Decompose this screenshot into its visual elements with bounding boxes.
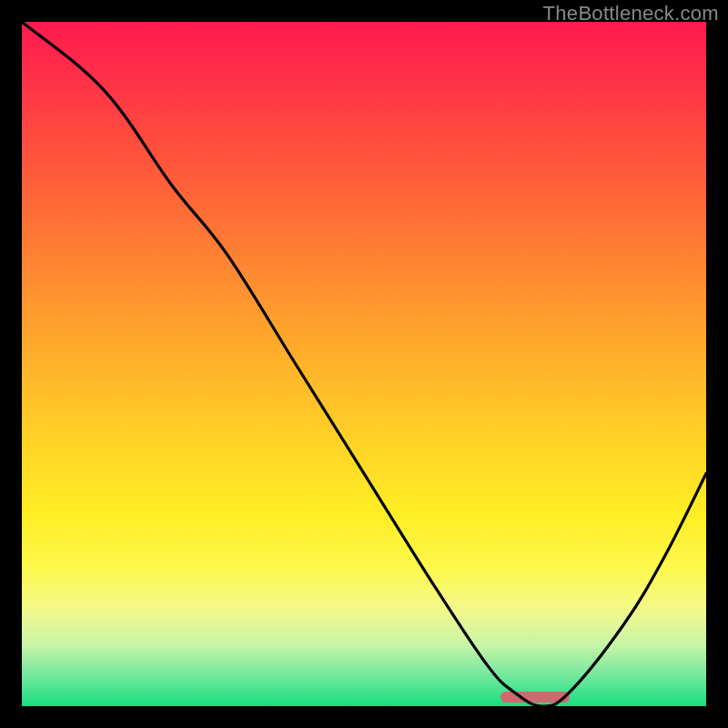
chart-plot-area: [22, 22, 706, 706]
bottleneck-curve: [22, 22, 706, 706]
watermark-text: TheBottleneck.com: [543, 2, 719, 25]
chart-stage: TheBottleneck.com: [0, 0, 728, 728]
